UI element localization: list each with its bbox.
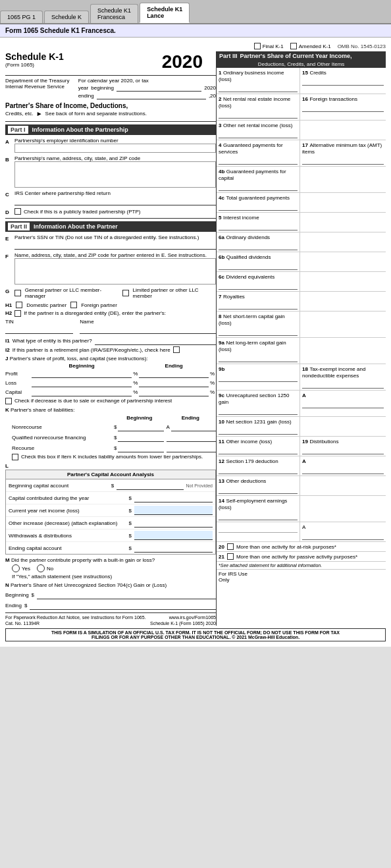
loss-end-input[interactable]: [139, 378, 209, 387]
de-name-input[interactable]: [80, 325, 216, 334]
row9b-input[interactable]: [219, 373, 298, 382]
tab-lance[interactable]: Schedule K1Lance: [140, 3, 190, 23]
p3-row-9c: 9c Unrecaptured section 1250 gain A: [217, 391, 386, 417]
recourse-end-input[interactable]: [167, 443, 217, 452]
row15-input[interactable]: [302, 76, 384, 86]
entity-type-input[interactable]: [95, 336, 216, 345]
capital-end-input[interactable]: [139, 387, 209, 396]
recourse-begin-input[interactable]: [118, 443, 163, 452]
row16-input[interactable]: [302, 103, 384, 112]
row19a-input[interactable]: [302, 465, 384, 474]
row18-input[interactable]: [302, 379, 384, 389]
row6b-input[interactable]: [219, 261, 298, 270]
j-table: Beginning Ending Profit % % Loss %: [5, 363, 216, 396]
nonrecourse-begin-input[interactable]: [118, 422, 163, 431]
row5-input[interactable]: [219, 221, 298, 231]
nonrecourse-end-input[interactable]: [171, 422, 216, 431]
row1-input[interactable]: [219, 83, 298, 92]
l-other-input[interactable]: [134, 518, 213, 528]
calendar-year-section: For calendar year 2020, or tax year begi…: [78, 78, 216, 99]
p3-row-6a: 6a Ordinary dividends: [217, 232, 386, 252]
p3-row-8: 8 Net short-term capital gain (loss): [217, 312, 386, 338]
p3-row-14a: A: [217, 522, 386, 542]
p3-row-12: 12 Section 179 deduction A: [217, 456, 386, 476]
domestic-partner-checkbox[interactable]: [16, 302, 22, 308]
disclaimer-box: THIS FORM IS A SIMULATION OF AN OFFICIAL…: [5, 628, 386, 641]
part2-header: Part II Information About the Partner: [5, 221, 216, 232]
capital-begin-input[interactable]: [32, 387, 132, 396]
row18a-input[interactable]: [302, 399, 384, 408]
row10-input[interactable]: [219, 425, 298, 435]
field-f: F Name, address, city, state, and ZIP co…: [5, 252, 216, 285]
tab-francesca[interactable]: Schedule K1Francesca: [90, 4, 138, 23]
p3-row-7: 7 Royalties: [217, 292, 386, 312]
l-withdrawals-input[interactable]: [134, 531, 213, 540]
row21-checkbox[interactable]: [227, 553, 234, 560]
omb-number: OMB No. 1545-0123: [338, 43, 386, 49]
amended-k1-checkbox[interactable]: [290, 43, 297, 49]
star-note: *See attached statement for additional i…: [217, 562, 386, 570]
lower-tier-checkbox[interactable]: [12, 454, 18, 460]
row11-input[interactable]: [219, 445, 298, 454]
loss-begin-input[interactable]: [32, 378, 132, 387]
ptp-checkbox[interactable]: [14, 208, 21, 215]
row3-input[interactable]: [219, 129, 298, 138]
de-checkbox[interactable]: [14, 310, 21, 317]
partnership-address-input[interactable]: [14, 161, 216, 188]
cat-row: Cat. No. 11394R Schedule K-1 (Form 1065)…: [5, 621, 216, 626]
qualified-end-input[interactable]: [167, 433, 217, 442]
form-title: Form 1065 Schedule K1 Francesca.: [5, 27, 116, 34]
tin-name-row: TIN Name: [5, 319, 216, 334]
row4-input[interactable]: [219, 155, 298, 165]
ssn-input[interactable]: [14, 240, 216, 250]
row17-input[interactable]: [302, 155, 384, 165]
n-ending-input[interactable]: [30, 601, 216, 610]
row13-input[interactable]: [219, 485, 298, 494]
m-yes-radio[interactable]: [12, 564, 20, 572]
profit-begin-input[interactable]: [32, 369, 132, 378]
l-current-input[interactable]: [134, 506, 213, 515]
row6c-input[interactable]: [219, 281, 298, 290]
row7-input[interactable]: [219, 300, 298, 310]
qualified-begin-input[interactable]: [118, 433, 163, 442]
ein-input[interactable]: [14, 144, 216, 153]
sale-exchange-checkbox[interactable]: [5, 398, 12, 404]
tin-input[interactable]: [5, 325, 73, 334]
foreign-partner-checkbox[interactable]: [70, 302, 77, 308]
limited-partner-checkbox[interactable]: [122, 290, 129, 296]
n-beginning-input[interactable]: [37, 590, 216, 599]
retirement-plan-checkbox[interactable]: [173, 346, 180, 353]
row4b-input[interactable]: [219, 182, 298, 191]
irs-center-input[interactable]: [14, 196, 216, 205]
l-ending-input[interactable]: [134, 543, 213, 553]
beginning-date-field[interactable]: [117, 84, 201, 92]
row6a-input[interactable]: [219, 241, 298, 250]
row9c-input[interactable]: [219, 406, 298, 415]
partner-address-input[interactable]: [14, 258, 216, 285]
k-recourse-row: Recourse $: [5, 443, 216, 452]
row14a-right-input[interactable]: [302, 531, 384, 540]
tab-schedule-k[interactable]: Schedule K: [44, 11, 89, 23]
field-h2: H2 If the partner is a disregarded entit…: [5, 310, 216, 317]
row14a-left-input[interactable]: [219, 524, 298, 533]
ending-date-field[interactable]: [97, 92, 206, 99]
row12-input[interactable]: [219, 465, 298, 474]
tab-1065[interactable]: 1065 PG 1: [0, 11, 43, 23]
row4c-input[interactable]: [219, 202, 298, 211]
final-k1-checkbox[interactable]: [254, 43, 261, 49]
row20-checkbox[interactable]: [227, 543, 234, 550]
p3-row-6c: 6c Dividend equivalents: [217, 272, 386, 292]
m-no-radio[interactable]: [37, 564, 45, 572]
field-h1: H1 Domestic partner Foreign partner: [5, 302, 216, 308]
row19-input[interactable]: [302, 445, 384, 454]
row2-input[interactable]: [219, 109, 298, 119]
row8-input[interactable]: [219, 327, 298, 336]
irs-use-only: For IRS Use Only: [217, 570, 386, 584]
row9a-input[interactable]: [219, 353, 298, 362]
row14-input[interactable]: [219, 511, 298, 520]
l-beginning-input[interactable]: [117, 481, 183, 490]
general-partner-checkbox[interactable]: [14, 290, 21, 296]
p3-row-6b: 6b Qualified dividends: [217, 252, 386, 272]
l-contributed-input[interactable]: [134, 493, 213, 502]
profit-end-input[interactable]: [139, 369, 209, 378]
